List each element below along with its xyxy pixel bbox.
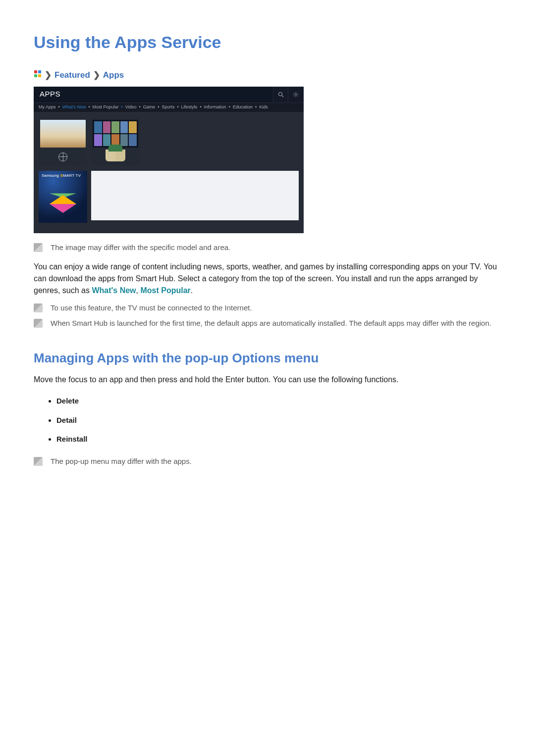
tab-education: Education bbox=[233, 104, 253, 111]
smart-tv-label-prefix: Samsung bbox=[42, 173, 60, 178]
chevron-right-icon: ❯ bbox=[93, 69, 100, 82]
note-text: The image may differ with the specific m… bbox=[51, 242, 230, 253]
managing-intro: Move the focus to an app and then press … bbox=[34, 374, 501, 386]
smart-tv-label-rest: MART TV bbox=[63, 173, 81, 178]
app-row-strip bbox=[91, 171, 299, 220]
note-icon bbox=[34, 319, 43, 328]
note-popup-differ: The pop-up menu may differ with the apps… bbox=[34, 456, 501, 467]
functions-list: Delete Detail Reinstall bbox=[34, 392, 501, 449]
breadcrumb: ❯ Featured ❯ Apps bbox=[34, 69, 501, 82]
function-detail: Detail bbox=[56, 411, 501, 430]
link-whats-new: What's New bbox=[92, 286, 136, 295]
app-tile-smart-tv: Samsung SMART TV bbox=[39, 171, 87, 223]
note-icon bbox=[34, 457, 43, 466]
note-icon bbox=[34, 243, 43, 252]
svg-rect-0 bbox=[34, 70, 37, 73]
tab-my-apps: My Apps bbox=[39, 104, 56, 111]
gear-icon bbox=[288, 87, 303, 102]
note-internet: To use this feature, the TV must be conn… bbox=[34, 302, 501, 314]
note-text: When Smart Hub is launched for the first… bbox=[51, 318, 491, 329]
tab-information: Information bbox=[204, 104, 226, 111]
note-text: To use this feature, the TV must be conn… bbox=[51, 302, 252, 314]
breadcrumb-featured: Featured bbox=[54, 69, 90, 82]
apps-screenshot: APPS My Apps• What's New• Most Popular• … bbox=[34, 87, 304, 233]
intro-paragraph: You can enjoy a wide range of content in… bbox=[34, 261, 501, 297]
tab-video: Video bbox=[125, 104, 137, 111]
tab-game: Game bbox=[143, 104, 156, 111]
note-default-apps: When Smart Hub is launched for the first… bbox=[34, 318, 501, 329]
tab-sports: Sports bbox=[161, 104, 174, 111]
chevron-right-icon: ❯ bbox=[45, 69, 52, 82]
smarthub-icon bbox=[34, 69, 42, 81]
tab-whats-new: What's New bbox=[62, 104, 86, 111]
page-title: Using the Apps Service bbox=[34, 30, 501, 55]
app-tile-guide bbox=[91, 118, 140, 165]
tab-kids: Kids bbox=[259, 104, 268, 111]
screenshot-title: APPS bbox=[40, 89, 60, 100]
book-icon bbox=[106, 150, 125, 161]
link-most-popular: Most Popular bbox=[140, 286, 190, 295]
svg-point-4 bbox=[278, 92, 282, 96]
svg-point-6 bbox=[295, 94, 297, 96]
screenshot-tabs: My Apps• What's New• Most Popular• Video… bbox=[34, 102, 304, 112]
intro-end: . bbox=[191, 286, 193, 295]
section-managing-title: Managing Apps with the pop-up Options me… bbox=[34, 349, 501, 368]
globe-icon bbox=[58, 152, 67, 161]
tab-most-popular: Most Popular bbox=[93, 104, 119, 111]
svg-rect-1 bbox=[38, 70, 41, 73]
svg-rect-2 bbox=[34, 74, 37, 77]
svg-rect-3 bbox=[38, 74, 41, 77]
app-tile-promo bbox=[39, 118, 87, 165]
note-text: The pop-up menu may differ with the apps… bbox=[51, 456, 192, 467]
svg-line-5 bbox=[282, 96, 283, 97]
note-image-differ: The image may differ with the specific m… bbox=[34, 242, 501, 253]
tab-lifestyle: Lifestyle bbox=[181, 104, 198, 111]
breadcrumb-apps: Apps bbox=[103, 69, 124, 82]
function-delete: Delete bbox=[56, 392, 501, 411]
note-icon bbox=[34, 303, 43, 312]
function-reinstall: Reinstall bbox=[56, 430, 501, 449]
search-icon bbox=[273, 87, 288, 102]
